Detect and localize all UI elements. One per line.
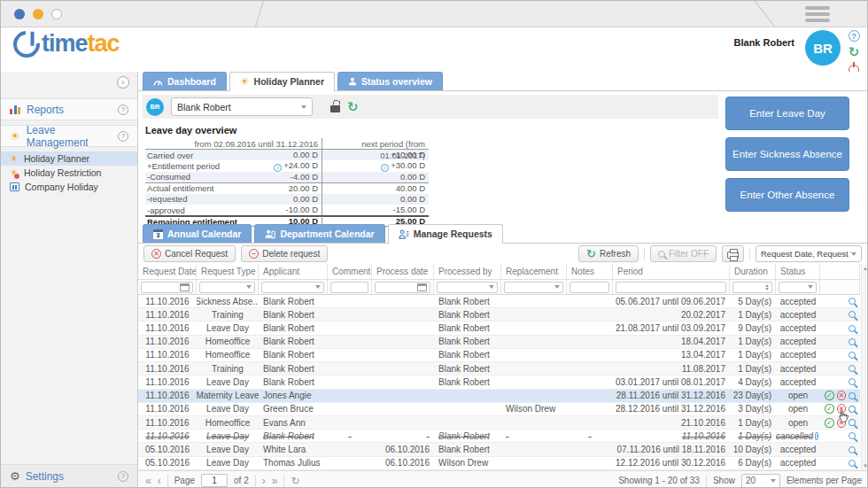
last-page-button[interactable]: »	[272, 476, 278, 485]
column-header-comment[interactable]: Comment	[328, 264, 372, 279]
grid-scrollbar[interactable]: ▲ ▼	[861, 264, 868, 470]
window-control-maximize[interactable]	[51, 9, 62, 19]
print-button[interactable]	[722, 245, 744, 262]
window-control-close[interactable]	[14, 9, 25, 19]
column-header-notes[interactable]: Notes	[567, 264, 613, 279]
window-control-minimize[interactable]	[33, 9, 43, 19]
refresh-user-icon[interactable]: ↻	[347, 99, 359, 115]
unlock-icon[interactable]	[330, 105, 340, 112]
table-row[interactable]: 11.10.2016Leave DayBlank RobertBlank Rob…	[138, 376, 860, 389]
avatar[interactable]: BR	[805, 30, 841, 66]
filter-process_date-input[interactable]	[375, 282, 430, 293]
table-row[interactable]: 11.10.2016Leave DayBlank Robert--Blank R…	[138, 430, 860, 443]
table-row[interactable]: 11.10.2016HomeofficeBlank RobertBlank Ro…	[138, 336, 860, 349]
reject-icon[interactable]: ✕	[837, 418, 847, 428]
help-icon[interactable]: ?	[118, 131, 128, 142]
table-row[interactable]: 11.10.2016HomeofficeEvans Ann21.10.20161…	[138, 416, 860, 430]
tab-status-overview[interactable]: Status overview	[337, 72, 443, 90]
view-request-icon[interactable]	[849, 365, 856, 372]
column-header-period[interactable]: Period	[613, 264, 730, 279]
filter-off-button[interactable]: Filter OFF	[650, 245, 717, 262]
info-icon[interactable]: i	[815, 432, 818, 440]
view-request-icon[interactable]	[849, 338, 856, 345]
view-request-icon[interactable]	[849, 419, 856, 426]
view-request-icon[interactable]	[849, 311, 856, 318]
table-row[interactable]: 11.10.2016TrainingBlank RobertBlank Robe…	[138, 308, 860, 321]
table-row[interactable]: 11.10.2016Maternity LeaveJones Angie28.1…	[138, 390, 860, 403]
tab-annual-calendar[interactable]: 3 Annual Calendar	[143, 224, 252, 243]
view-request-icon[interactable]	[849, 406, 856, 413]
approve-icon[interactable]: ✓	[825, 391, 834, 400]
page-size-select[interactable]: 20	[741, 474, 780, 488]
filter-replacement-select[interactable]	[504, 282, 563, 293]
menu-icon[interactable]	[805, 6, 830, 22]
view-request-icon[interactable]	[849, 460, 856, 467]
help-icon[interactable]: ?	[118, 105, 128, 115]
column-header-process_date[interactable]: Process date	[372, 264, 434, 279]
sidebar-item-company-holiday[interactable]: Company Holiday	[1, 180, 137, 194]
table-row[interactable]: 05.10.2016Leave DayThomas Julius06.10.20…	[138, 457, 860, 470]
sidebar-item-holiday-restriction[interactable]: ☀ Holiday Restriction	[1, 166, 137, 180]
column-header-actions[interactable]	[820, 264, 860, 279]
sidebar-item-settings[interactable]: ⚙ Settings ?	[1, 464, 137, 487]
filter-processed_by-select[interactable]	[437, 282, 498, 293]
calendar-icon[interactable]	[180, 283, 190, 291]
sidebar-item-reports[interactable]: Reports ?	[1, 98, 137, 120]
sidebar-item-holiday-planner[interactable]: ☀ Holiday Planner	[1, 151, 137, 166]
table-row[interactable]: 11.10.2016Leave DayBlank RobertBlank Rob…	[138, 321, 860, 335]
approve-icon[interactable]: ✓	[825, 418, 834, 428]
calendar-icon[interactable]	[417, 283, 427, 291]
column-header-type[interactable]: Request Type	[197, 264, 259, 279]
column-header-processed_by[interactable]: Processed by	[434, 264, 501, 279]
view-request-icon[interactable]	[849, 378, 856, 385]
chevron-down-icon[interactable]	[246, 285, 252, 289]
view-request-icon[interactable]	[849, 392, 856, 399]
view-request-icon[interactable]	[849, 352, 856, 359]
tab-dashboard[interactable]: Dashboard	[143, 72, 227, 90]
view-request-icon[interactable]	[849, 446, 856, 453]
sort-order-select[interactable]: Request Date, Request Typ	[756, 245, 862, 262]
approve-icon[interactable]: ✓	[825, 404, 834, 414]
table-row[interactable]: 11.10.2016HomeofficeBlank RobertBlank Ro…	[138, 349, 860, 362]
enter-sickness-absence-button[interactable]: Enter Sickness Absence	[725, 137, 849, 171]
page-input[interactable]: 1	[201, 474, 228, 487]
spinner-icon[interactable]	[765, 284, 769, 290]
chevron-down-icon[interactable]	[489, 285, 494, 289]
filter-date-input[interactable]	[141, 282, 193, 293]
filter-type-select[interactable]	[199, 282, 255, 293]
chevron-down-icon[interactable]	[808, 285, 813, 289]
table-row[interactable]: 11.10.2016TrainingBlank RobertBlank Robe…	[138, 362, 860, 376]
filter-notes-input[interactable]	[570, 282, 609, 293]
refresh-button[interactable]: ↻ Refresh	[578, 245, 639, 262]
refresh-page-icon[interactable]: ↻	[291, 476, 299, 485]
table-row[interactable]: 05.10.2016Leave DayWhite Lara06.10.2016B…	[138, 443, 860, 456]
user-select[interactable]: Blank Robert	[171, 97, 313, 116]
scroll-up-icon[interactable]: ▲	[863, 266, 868, 271]
reject-icon[interactable]: ✕	[837, 391, 847, 400]
filter-comment-input[interactable]	[330, 282, 368, 293]
column-header-duration[interactable]: Duration	[730, 264, 776, 279]
help-icon[interactable]: ?	[849, 30, 860, 42]
chevron-down-icon[interactable]	[315, 285, 321, 289]
column-header-date[interactable]: Request Date↓	[138, 264, 197, 279]
filter-duration-input[interactable]	[732, 282, 772, 293]
info-icon[interactable]: i	[274, 164, 282, 172]
column-header-replacement[interactable]: Replacement	[501, 264, 567, 279]
tab-manage-requests[interactable]: Manage Requests	[388, 224, 503, 243]
table-row[interactable]: 11.10.2016Sickness Abse...Blank RobertBl…	[138, 295, 860, 308]
help-icon[interactable]: ?	[118, 471, 128, 482]
cancel-request-button[interactable]: ✕ Cancel Request	[143, 245, 236, 262]
chevron-down-icon[interactable]	[554, 285, 560, 289]
table-row[interactable]: 11.10.2016Leave DayGreen BruceWilson Dre…	[138, 403, 860, 416]
scroll-down-icon[interactable]: ▼	[863, 463, 868, 469]
reject-icon[interactable]: ✕	[837, 404, 847, 414]
view-request-icon[interactable]	[849, 432, 856, 439]
filter-status-select[interactable]	[779, 282, 817, 293]
tab-holiday-planner[interactable]: ☀ Holiday Planner	[229, 72, 335, 90]
delete-request-button[interactable]: − Delete request	[241, 245, 328, 262]
view-request-icon[interactable]	[849, 298, 856, 305]
collapse-sidebar-button[interactable]: ‹	[117, 76, 129, 89]
sidebar-item-leave-management[interactable]: ☀ Leave Management ?	[1, 125, 137, 147]
filter-period-input[interactable]	[616, 282, 726, 293]
enter-leave-day-button[interactable]: Enter Leave Day	[725, 97, 849, 130]
